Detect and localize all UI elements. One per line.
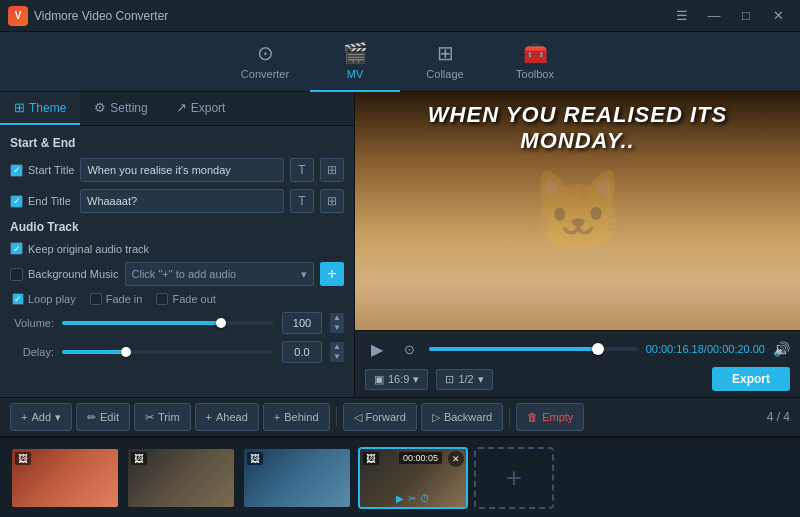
bg-music-label: Background Music bbox=[28, 268, 119, 280]
converter-icon: ⊙ bbox=[257, 41, 274, 65]
export-subtab-label: Export bbox=[191, 101, 226, 115]
page-button[interactable]: ⊡ 1/2 ▾ bbox=[436, 369, 492, 390]
collage-label: Collage bbox=[426, 68, 463, 80]
delay-thumb[interactable] bbox=[121, 347, 131, 357]
start-title-checkbox-label[interactable]: Start Title bbox=[10, 164, 74, 177]
backward-button[interactable]: ▷ Backward bbox=[421, 403, 503, 431]
end-title-grid-icon[interactable]: ⊞ bbox=[320, 189, 344, 213]
clip-2[interactable]: 🖼 bbox=[126, 447, 236, 509]
end-title-checkbox[interactable] bbox=[10, 195, 23, 208]
end-title-input[interactable] bbox=[80, 189, 284, 213]
loop-play-text: Loop play bbox=[28, 293, 76, 305]
start-title-input[interactable] bbox=[80, 158, 284, 182]
fade-out-checkbox[interactable] bbox=[156, 293, 168, 305]
clip-scissors-icon[interactable]: ✂ bbox=[408, 493, 416, 504]
delay-row: Delay: 0.0 ▲ ▼ bbox=[10, 341, 344, 363]
start-title-grid-icon[interactable]: ⊞ bbox=[320, 158, 344, 182]
setting-label: Setting bbox=[110, 101, 147, 115]
tab-mv[interactable]: 🎬 MV bbox=[310, 32, 400, 92]
delay-spinner[interactable]: ▲ ▼ bbox=[330, 342, 344, 362]
bg-music-checkbox[interactable] bbox=[10, 268, 23, 281]
subtab-export[interactable]: ↗ Export bbox=[162, 92, 240, 125]
nav-tabs: ⊙ Converter 🎬 MV ⊞ Collage 🧰 Toolbox bbox=[0, 32, 800, 92]
menu-button[interactable]: ☰ bbox=[668, 6, 696, 26]
behind-label: Behind bbox=[284, 411, 318, 423]
converter-label: Converter bbox=[241, 68, 289, 80]
clip-4-close[interactable]: ✕ bbox=[448, 451, 464, 467]
minimize-button[interactable]: — bbox=[700, 6, 728, 26]
total-time: 00:00:20.00 bbox=[707, 343, 765, 355]
clip-4[interactable]: 🖼 00:00:05 ✕ ▶ ✂ ⏱ bbox=[358, 447, 468, 509]
delay-up[interactable]: ▲ bbox=[330, 342, 344, 352]
keep-original-label[interactable]: Keep original audio track bbox=[10, 242, 149, 255]
clip-clock-icon[interactable]: ⏱ bbox=[420, 493, 430, 504]
ahead-button[interactable]: + Ahead bbox=[195, 403, 259, 431]
tab-collage[interactable]: ⊞ Collage bbox=[400, 32, 490, 92]
clip-3[interactable]: 🖼 bbox=[242, 447, 352, 509]
sub-tabs: ⊞ Theme ⚙ Setting ↗ Export bbox=[0, 92, 354, 126]
export-button[interactable]: Export bbox=[712, 367, 790, 391]
volume-up[interactable]: ▲ bbox=[330, 313, 344, 323]
loop-play-label[interactable]: Loop play bbox=[12, 293, 76, 305]
keep-original-text: Keep original audio track bbox=[28, 243, 149, 255]
delay-slider[interactable] bbox=[62, 350, 274, 354]
video-area: WHEN YOU REALISED ITS MONDAY.. 🐱 bbox=[355, 92, 800, 330]
fade-in-checkbox[interactable] bbox=[90, 293, 102, 305]
start-title-checkbox[interactable] bbox=[10, 164, 23, 177]
subtab-setting[interactable]: ⚙ Setting bbox=[80, 92, 161, 125]
progress-fill bbox=[429, 347, 598, 351]
edit-button[interactable]: ✏ Edit bbox=[76, 403, 130, 431]
forward-button[interactable]: ◁ Forward bbox=[343, 403, 417, 431]
clip-2-badge: 🖼 bbox=[131, 452, 147, 465]
delay-down[interactable]: ▼ bbox=[330, 352, 344, 362]
subtab-theme[interactable]: ⊞ Theme bbox=[0, 92, 80, 125]
start-title-text-icon[interactable]: T bbox=[290, 158, 314, 182]
clip-4-controls: ▶ ✂ ⏱ bbox=[360, 493, 466, 504]
cat-emoji: 🐱 bbox=[528, 165, 628, 259]
behind-button[interactable]: + Behind bbox=[263, 403, 330, 431]
video-controls: ▶ ⊙ 00:00:16.18/00:00:20.00 🔊 ▣ 16:9 ▾ ⊡… bbox=[355, 330, 800, 397]
volume-slider[interactable] bbox=[62, 321, 274, 325]
play-button[interactable]: ▶ bbox=[365, 337, 389, 361]
fade-out-label[interactable]: Fade out bbox=[156, 293, 215, 305]
aspect-ratio-button[interactable]: ▣ 16:9 ▾ bbox=[365, 369, 428, 390]
add-clip-button[interactable]: + bbox=[474, 447, 554, 509]
volume-icon[interactable]: 🔊 bbox=[773, 341, 790, 357]
loop-play-checkbox[interactable] bbox=[12, 293, 24, 305]
cat-overlay: WHEN YOU REALISED ITS MONDAY.. 🐱 bbox=[355, 92, 800, 330]
maximize-button[interactable]: □ bbox=[732, 6, 760, 26]
add-audio-button[interactable]: + bbox=[320, 262, 344, 286]
progress-bar[interactable] bbox=[429, 347, 638, 351]
volume-thumb[interactable] bbox=[216, 318, 226, 328]
start-title-row: Start Title T ⊞ bbox=[10, 158, 344, 182]
volume-down[interactable]: ▼ bbox=[330, 323, 344, 333]
toolbar-separator-2 bbox=[509, 407, 510, 427]
fade-in-text: Fade in bbox=[106, 293, 143, 305]
end-title-checkbox-label[interactable]: End Title bbox=[10, 195, 74, 208]
ahead-label: Ahead bbox=[216, 411, 248, 423]
tab-toolbox[interactable]: 🧰 Toolbox bbox=[490, 32, 580, 92]
audio-dropdown[interactable]: Click "+" to add audio ▾ bbox=[125, 262, 315, 286]
add-button[interactable]: + Add ▾ bbox=[10, 403, 72, 431]
volume-spinner[interactable]: ▲ ▼ bbox=[330, 313, 344, 333]
clip-1[interactable]: 🖼 bbox=[10, 447, 120, 509]
tab-converter[interactable]: ⊙ Converter bbox=[220, 32, 310, 92]
fade-in-label[interactable]: Fade in bbox=[90, 293, 143, 305]
empty-button[interactable]: 🗑 Empty bbox=[516, 403, 584, 431]
stop-button[interactable]: ⊙ bbox=[397, 337, 421, 361]
keep-original-checkbox[interactable] bbox=[10, 242, 23, 255]
trim-button[interactable]: ✂ Trim bbox=[134, 403, 191, 431]
bg-music-checkbox-label[interactable]: Background Music bbox=[10, 268, 119, 281]
clip-play-icon[interactable]: ▶ bbox=[396, 493, 404, 504]
end-title-text-icon[interactable]: T bbox=[290, 189, 314, 213]
backward-label: Backward bbox=[444, 411, 492, 423]
audio-dropdown-text: Click "+" to add audio bbox=[132, 268, 237, 280]
setting-icon: ⚙ bbox=[94, 100, 106, 115]
add-dropdown-icon: ▾ bbox=[55, 411, 61, 424]
toolbar-separator bbox=[336, 407, 337, 427]
volume-fill bbox=[62, 321, 221, 325]
theme-icon: ⊞ bbox=[14, 100, 25, 115]
controls-row2: ▣ 16:9 ▾ ⊡ 1/2 ▾ Export bbox=[365, 367, 790, 391]
progress-thumb[interactable] bbox=[592, 343, 604, 355]
close-button[interactable]: ✕ bbox=[764, 6, 792, 26]
